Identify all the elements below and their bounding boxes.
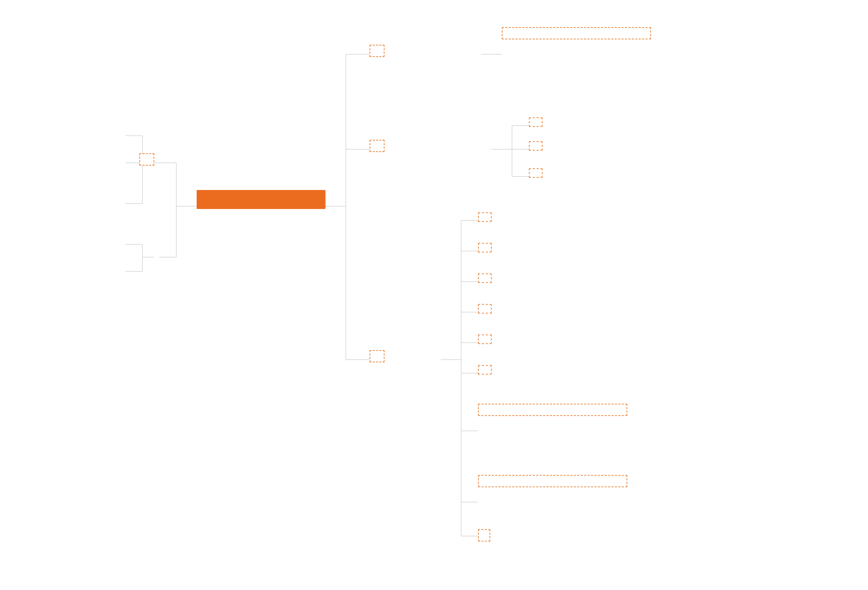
branch-1	[370, 45, 384, 57]
branch-5-child-1	[478, 212, 492, 222]
branch-5-child-3	[478, 274, 492, 283]
branch-3-child-3	[529, 168, 542, 178]
connector-lines	[0, 0, 868, 590]
branch-5-child-4	[478, 304, 492, 313]
branch-1-detail	[502, 27, 651, 39]
branch-2	[139, 153, 154, 166]
branch-5-note-1	[478, 404, 627, 416]
branch-5-child-5	[478, 334, 492, 344]
branch-3-child-2	[529, 141, 542, 151]
branch-5	[370, 350, 384, 362]
branch-5-note-2	[478, 475, 627, 487]
branch-5-child-2	[478, 243, 492, 253]
branch-5-child-6	[478, 365, 492, 374]
branch-3	[370, 140, 384, 152]
branch-5-empty	[478, 529, 490, 541]
branch-3-child-1	[529, 117, 542, 127]
root-node	[197, 190, 326, 209]
